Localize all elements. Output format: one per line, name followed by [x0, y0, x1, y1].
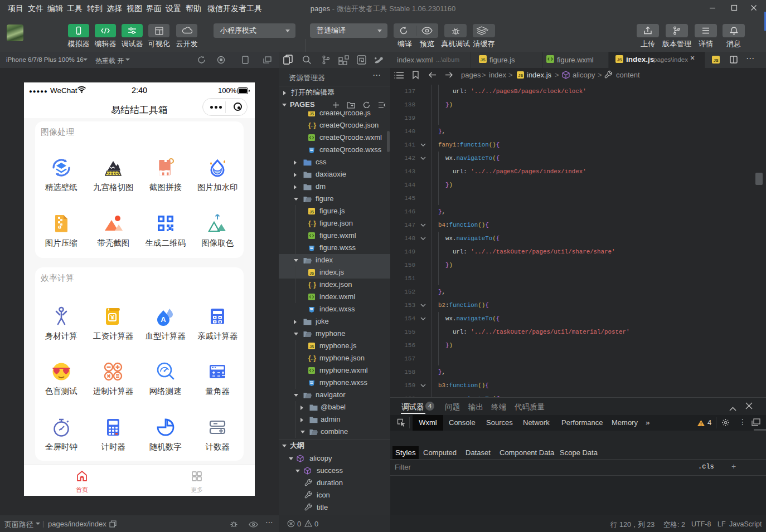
- svg-text:JS: JS: [617, 57, 622, 62]
- svg-text:A: A: [161, 315, 166, 324]
- svg-text:JS: JS: [518, 74, 523, 77]
- svg-text:JS: JS: [309, 112, 314, 116]
- svg-text:JS: JS: [714, 58, 719, 63]
- svg-text:JS: JS: [309, 210, 314, 214]
- svg-text:JS: JS: [481, 57, 486, 62]
- svg-text:JS: JS: [309, 345, 314, 349]
- svg-text:JS: JS: [309, 271, 314, 275]
